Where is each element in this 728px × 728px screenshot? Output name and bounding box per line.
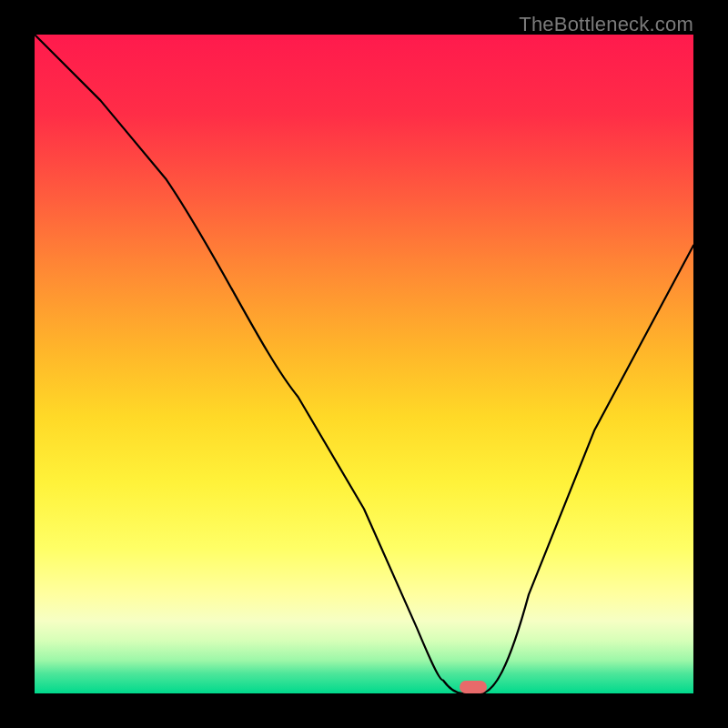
bottleneck-curve [35, 35, 693, 693]
chart-frame: TheBottleneck.com [0, 0, 728, 728]
watermark-text: TheBottleneck.com [519, 13, 693, 36]
plot-area [35, 35, 693, 693]
optimal-point-marker [460, 681, 487, 693]
curve-path [35, 35, 693, 693]
